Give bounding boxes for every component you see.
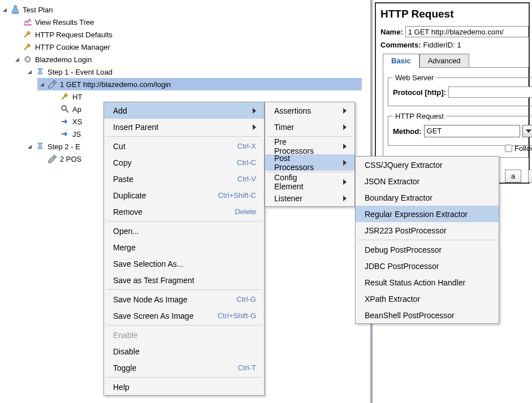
ctx-label: Merge (113, 243, 136, 252)
ctx-merge[interactable]: Merge (104, 239, 264, 255)
hourglass-icon (35, 141, 45, 151)
pp-debug[interactable]: Debug PostProcessor (356, 241, 499, 258)
separator (106, 221, 262, 222)
tree-node-http-defaults[interactable]: HTTP Request Defaults (12, 28, 362, 41)
ctx-open[interactable]: Open... (104, 223, 264, 239)
follow-checkbox[interactable] (505, 145, 512, 152)
expand-toggle[interactable]: ◢ (14, 56, 20, 63)
submenu-arrow-icon (343, 108, 347, 114)
shortcut: Ctrl+Shift-C (218, 191, 256, 200)
web-server-fieldset: Web Server Protocol [http]: (388, 73, 532, 106)
pp-beanshell[interactable]: BeanShell PostProcessor (356, 307, 499, 323)
sub-assertions[interactable]: Assertions (265, 102, 354, 119)
sub-post-processors[interactable]: Post Processors (265, 154, 354, 171)
ctx-label: CSS/JQuery Extractor (365, 161, 443, 170)
ctx-label: Debug PostProcessor (365, 245, 442, 254)
file-button[interactable]: File (528, 170, 532, 183)
ctx-save-screen-img[interactable]: Save Screen As Image Ctrl+Shift-G (104, 307, 264, 324)
dropper-icon (47, 79, 58, 89)
expand-toggle[interactable]: ◢ (26, 68, 33, 75)
ctx-label: Add (113, 106, 127, 115)
sub-listener[interactable]: Listener (265, 190, 354, 206)
ctx-insert-parent[interactable]: Insert Parent (104, 119, 264, 135)
comments-label: Comments: (380, 41, 421, 49)
svg-point-1 (27, 58, 29, 60)
tree-label: Blazedemo Login (35, 55, 92, 64)
tab-basic[interactable]: Basic (383, 54, 419, 68)
chevron-down-icon (526, 129, 531, 133)
shortcut: Ctrl-V (237, 175, 256, 183)
name-input[interactable] (405, 26, 529, 37)
ctx-label: Boundary Extractor (365, 193, 432, 202)
magnifier-icon (60, 104, 70, 114)
method-select[interactable]: GET (424, 125, 520, 137)
ctx-label: Timer (274, 123, 294, 132)
pp-json[interactable]: JSON Extractor (356, 173, 499, 189)
ctx-cut[interactable]: Cut Ctrl-X (104, 138, 264, 154)
ctx-label: Pre Processors (274, 137, 326, 155)
ctx-label: Save as Test Fragment (113, 276, 194, 285)
tree-node-step1[interactable]: ◢ Step 1 - Event Load (25, 66, 362, 78)
tree-label: JS (72, 130, 81, 138)
ctx-save-node-img[interactable]: Save Node As Image Ctrl-G (104, 291, 264, 307)
pp-regex[interactable]: Regular Expression Extractor (356, 206, 499, 222)
ctx-label: XPath Extractor (365, 294, 420, 304)
pp-jsr223[interactable]: JSR223 PostProcessor (356, 222, 499, 239)
tree-node-cookie-manager[interactable]: HTTP Cookie Manager (12, 41, 362, 53)
ctx-label: Post Processors (274, 154, 326, 172)
pp-boundary[interactable]: Boundary Extractor (356, 189, 499, 206)
ctx-help[interactable]: Help (104, 379, 264, 395)
tree-node-ht[interactable]: HT (50, 90, 362, 103)
expand-toggle[interactable]: ◢ (38, 81, 45, 88)
separator (106, 325, 262, 326)
ctx-label: Copy (113, 158, 132, 167)
follow-label: Follow (514, 144, 532, 153)
tree-node-get1[interactable]: ◢ 1 GET http://blazedemo.com/login (37, 78, 362, 90)
web-server-legend: Web Server (393, 73, 436, 82)
ctx-label: Listener (274, 194, 302, 203)
pp-result-status[interactable]: Result Status Action Handler (356, 274, 499, 291)
ctx-label: Result Status Action Handler (365, 278, 465, 287)
expand-toggle[interactable]: ◢ (1, 6, 8, 13)
method-dropdown-button[interactable] (522, 125, 532, 137)
ctx-toggle[interactable]: Toggle Ctrl-T (104, 359, 264, 376)
pp-css-jquery[interactable]: CSS/JQuery Extractor (356, 157, 499, 173)
wrench-icon (60, 92, 70, 102)
wrench-icon (23, 29, 33, 40)
protocol-input[interactable] (448, 86, 532, 98)
chart-icon (23, 17, 33, 27)
ctx-remove[interactable]: Remove Delete (104, 203, 264, 220)
protocol-label: Protocol [http]: (393, 88, 446, 97)
panel-title: HTTP Request (380, 8, 529, 20)
submenu-arrow-icon (343, 144, 347, 149)
tree-node-blazedemo-login[interactable]: ◢ Blazedemo Login (12, 53, 362, 66)
sub-config-element[interactable]: Config Element (265, 174, 354, 190)
ctx-add[interactable]: Add (104, 102, 264, 119)
ctx-disable[interactable]: Disable (104, 343, 264, 359)
ctx-label: Assertions (274, 106, 311, 115)
ctx-save-fragment[interactable]: Save as Test Fragment (104, 272, 264, 288)
ctx-label: JDBC PostProcessor (365, 262, 439, 271)
ctx-label: Save Selection As... (113, 259, 184, 268)
tree-label: HTTP Cookie Manager (35, 43, 110, 51)
ctx-label: Save Screen As Image (113, 311, 193, 320)
pp-xpath[interactable]: XPath Extractor (356, 291, 499, 307)
ctx-save-selection[interactable]: Save Selection As... (104, 255, 264, 272)
shortcut: Ctrl-C (237, 158, 256, 167)
ctx-duplicate[interactable]: Duplicate Ctrl+Shift-C (104, 187, 264, 203)
tree-node-view-results[interactable]: View Results Tree (12, 16, 362, 28)
arrow-right-icon (60, 116, 70, 127)
expand-toggle[interactable]: ◢ (26, 143, 33, 150)
a-button[interactable]: a (505, 170, 521, 183)
ctx-paste[interactable]: Paste Ctrl-V (104, 171, 264, 187)
tab-advanced[interactable]: Advanced (419, 54, 469, 68)
tree-node-test-plan[interactable]: ◢ Test Plan (0, 3, 362, 16)
shortcut: Ctrl+Shift-G (218, 311, 256, 320)
pp-jdbc[interactable]: JDBC PostProcessor (356, 258, 499, 274)
sub-timer[interactable]: Timer (265, 119, 354, 135)
ctx-label: Open... (113, 227, 139, 236)
sub-pre-processors[interactable]: Pre Processors (265, 138, 354, 154)
ctx-copy[interactable]: Copy Ctrl-C (104, 154, 264, 171)
ctx-label: Paste (113, 175, 133, 184)
dropper-icon (47, 154, 58, 164)
